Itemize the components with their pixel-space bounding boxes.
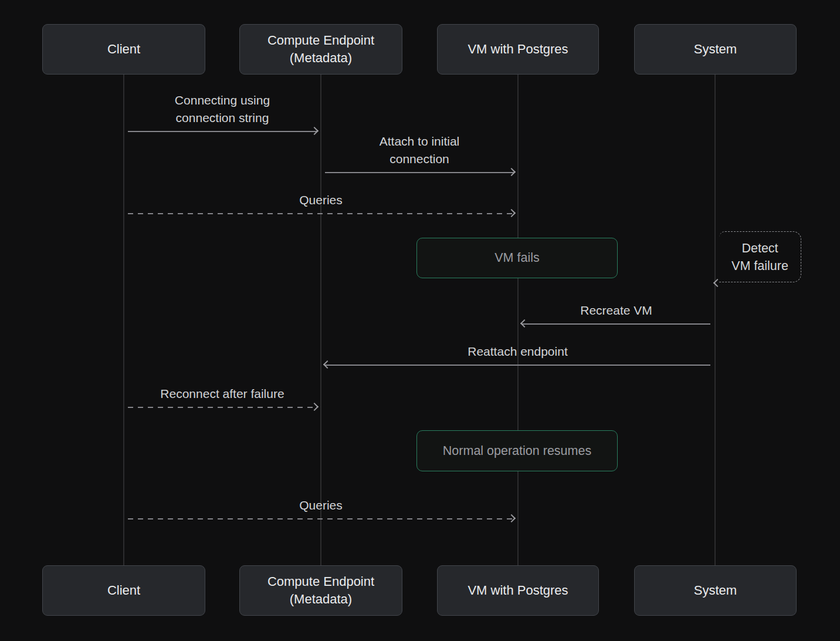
message-label: Queries bbox=[128, 497, 514, 514]
actor-system-top: System bbox=[634, 24, 797, 75]
message-connecting-using-connection-string: Connecting using connection string bbox=[128, 92, 317, 132]
message-reconnect-after-failure: Reconnect after failure bbox=[128, 385, 317, 408]
message-queries-2: Queries bbox=[128, 497, 514, 519]
actor-vm-with-postgres-bottom: VM with Postgres bbox=[437, 565, 599, 616]
actor-label: Client bbox=[107, 582, 140, 599]
message-label: Recreate VM bbox=[522, 302, 710, 319]
lifeline-vm-with-postgres bbox=[517, 75, 519, 566]
lifeline-system bbox=[714, 75, 716, 566]
arrow-line bbox=[128, 407, 317, 408]
actor-label: Client bbox=[107, 41, 140, 58]
actor-client-bottom: Client bbox=[42, 565, 205, 616]
actor-client-top: Client bbox=[42, 24, 205, 75]
note-label: VM fails bbox=[494, 251, 539, 265]
arrow-line bbox=[325, 172, 514, 173]
actor-compute-endpoint-top: Compute Endpoint (Metadata) bbox=[239, 24, 402, 75]
message-recreate-vm: Recreate VM bbox=[522, 302, 710, 325]
arrow-line bbox=[325, 365, 710, 366]
message-label: Reconnect after failure bbox=[128, 385, 317, 403]
actor-label: System bbox=[694, 582, 737, 599]
message-label: Reattach endpoint bbox=[325, 343, 710, 360]
note-normal-operation-resumes: Normal operation resumes bbox=[416, 430, 618, 471]
actor-label: System bbox=[694, 41, 737, 58]
actor-system-bottom: System bbox=[634, 565, 797, 616]
actor-label: Compute Endpoint (Metadata) bbox=[267, 573, 374, 608]
arrowhead-right-icon bbox=[507, 209, 516, 217]
lifeline-client bbox=[123, 75, 124, 566]
message-label: Attach to initial connection bbox=[325, 133, 514, 168]
actor-label: VM with Postgres bbox=[468, 41, 568, 58]
self-message-box: Detect VM failure bbox=[719, 231, 801, 282]
note-vm-fails: VM fails bbox=[416, 238, 618, 278]
actor-compute-endpoint-bottom: Compute Endpoint (Metadata) bbox=[239, 565, 402, 616]
arrow-line bbox=[128, 518, 514, 519]
arrow-line bbox=[128, 213, 514, 214]
actor-vm-with-postgres-top: VM with Postgres bbox=[437, 24, 599, 75]
actor-label: VM with Postgres bbox=[468, 582, 568, 599]
message-queries-1: Queries bbox=[128, 191, 514, 214]
arrow-line bbox=[522, 323, 710, 325]
arrowhead-left-icon bbox=[323, 360, 331, 369]
arrowhead-right-icon bbox=[507, 514, 516, 522]
message-reattach-endpoint: Reattach endpoint bbox=[325, 343, 710, 366]
arrowhead-right-icon bbox=[310, 403, 319, 411]
lifeline-compute-endpoint bbox=[320, 75, 321, 566]
arrowhead-right-icon bbox=[507, 168, 516, 176]
sequence-diagram: Client Compute Endpoint (Metadata) VM wi… bbox=[0, 0, 840, 641]
arrowhead-left-icon bbox=[520, 319, 529, 328]
self-message-label: Detect VM failure bbox=[731, 239, 788, 275]
actor-label: Compute Endpoint (Metadata) bbox=[267, 32, 374, 67]
message-label: Queries bbox=[128, 191, 514, 209]
arrow-line bbox=[128, 131, 317, 132]
message-attach-to-initial-connection: Attach to initial connection bbox=[325, 133, 514, 173]
self-message-detect-vm-failure: Detect VM failure bbox=[714, 231, 801, 282]
message-label: Connecting using connection string bbox=[128, 92, 317, 127]
note-label: Normal operation resumes bbox=[443, 444, 591, 458]
arrowhead-right-icon bbox=[310, 127, 319, 135]
